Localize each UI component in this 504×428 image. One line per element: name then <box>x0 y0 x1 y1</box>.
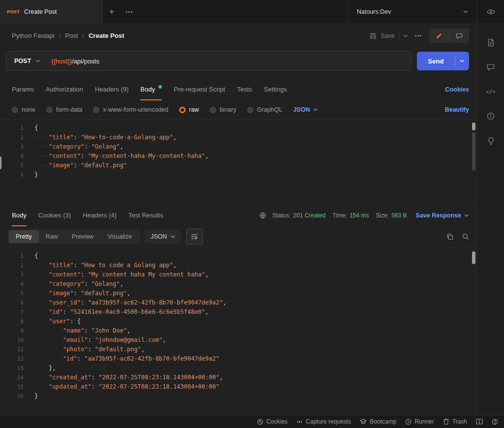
view-tab-pretty[interactable]: Pretty <box>9 230 39 243</box>
scrollbar-track[interactable] <box>472 132 475 171</box>
request-tab-pre-request-script[interactable]: Pre-request Script <box>174 79 225 100</box>
capture-icon <box>296 419 303 425</box>
bootcamp-icon <box>360 419 367 425</box>
comment-icon <box>487 63 495 71</box>
breadcrumb-separator: / <box>82 32 84 39</box>
code-line: 4 "category": "Golang", <box>0 279 477 289</box>
send-split-button: Send <box>417 52 469 70</box>
request-more-actions-button[interactable]: ••• <box>415 33 422 38</box>
breadcrumb-item-python-fastapi[interactable]: Python Fastapi <box>12 32 55 39</box>
top-tab-bar: POST Create Post + ••• Natours:Dev <box>0 0 504 24</box>
sidebar-handle[interactable] <box>0 156 1 169</box>
save-response-button[interactable]: Save Response <box>416 212 469 219</box>
request-tab-body[interactable]: Body <box>140 79 162 100</box>
environment-quick-look-button[interactable] <box>477 0 504 24</box>
comments-button[interactable] <box>449 29 469 43</box>
edit-request-button[interactable] <box>429 29 449 43</box>
help-icon <box>492 419 498 425</box>
request-tab-settings[interactable]: Settings <box>264 79 287 100</box>
environment-selector[interactable]: Natours:Dev <box>347 0 477 24</box>
body-mode-raw[interactable]: raw <box>179 106 199 113</box>
response-tabs: BodyCookies (3)Headers (4)Test Results <box>12 205 163 226</box>
footer-runner[interactable]: Runner <box>405 418 434 425</box>
scrollbar-thumb[interactable] <box>472 122 475 130</box>
body-mode-graphql[interactable]: GraphQL <box>247 106 282 113</box>
network-info-icon[interactable] <box>259 212 266 219</box>
line-number: 5 <box>0 161 34 170</box>
radio-icon <box>247 107 253 113</box>
url-input[interactable]: {{host}}/api/posts <box>47 58 99 65</box>
code-line: 5····"image":·"default.png" <box>0 161 477 170</box>
trash-icon <box>443 418 449 425</box>
code-line: 1{ <box>0 251 477 261</box>
lightbulb-button[interactable] <box>477 128 504 153</box>
two-pane-view-button[interactable] <box>476 419 483 425</box>
save-button[interactable]: Save <box>370 32 408 40</box>
request-tab-headers-9[interactable]: Headers (9) <box>95 79 129 100</box>
copy-response-button[interactable] <box>446 233 453 240</box>
response-language-selector[interactable]: JSON <box>145 230 181 244</box>
code-button[interactable]: </> <box>477 79 504 104</box>
mode-label: form-data <box>56 106 83 113</box>
cookies-link[interactable]: Cookies <box>445 86 469 93</box>
line-number: 6 <box>0 298 34 307</box>
save-options-chevron-icon[interactable] <box>403 34 408 37</box>
body-mode-list: noneform-datax-www-form-urlencodedrawbin… <box>12 106 283 113</box>
help-button[interactable] <box>492 419 498 425</box>
open-request-tab[interactable]: POST Create Post <box>0 0 103 24</box>
view-tab-preview[interactable]: Preview <box>65 230 100 243</box>
request-tabs: ParamsAuthorizationHeaders (9)BodyPre-re… <box>12 79 287 100</box>
info-button[interactable] <box>477 104 504 128</box>
body-mode-x-www-form-urlencoded[interactable]: x-www-form-urlencoded <box>93 106 168 113</box>
body-language-selector[interactable]: JSON <box>293 106 318 113</box>
divider <box>399 32 399 40</box>
view-tab-visualize[interactable]: Visualize <box>100 230 139 243</box>
tab-label: Headers (4) <box>83 212 117 219</box>
new-tab-button[interactable]: + <box>103 0 121 24</box>
send-button[interactable]: Send <box>417 52 455 70</box>
mode-label: none <box>22 106 35 113</box>
search-response-button[interactable] <box>462 233 469 240</box>
response-tab-cookies-3[interactable]: Cookies (3) <box>38 205 71 226</box>
documentation-button[interactable] <box>477 30 504 55</box>
wrap-text-button[interactable] <box>186 229 203 245</box>
breadcrumb-item-create-post[interactable]: Create Post <box>89 32 124 39</box>
footer-bootcamp[interactable]: Bootcamp <box>360 418 396 425</box>
comments-panel-button[interactable] <box>477 55 504 79</box>
footer-trash[interactable]: Trash <box>443 418 467 425</box>
url-bar: POST {{host}}/api/posts <box>6 51 412 71</box>
tab-label: Params <box>12 86 34 93</box>
radio-icon <box>12 107 18 113</box>
response-tab-test-results[interactable]: Test Results <box>128 205 163 226</box>
footer-cookies[interactable]: Cookies <box>257 418 287 425</box>
view-tab-raw[interactable]: Raw <box>39 230 65 243</box>
breadcrumb-item-post[interactable]: Post <box>65 32 78 39</box>
request-tab-tests[interactable]: Tests <box>237 79 252 100</box>
body-mode-none[interactable]: none <box>12 106 35 113</box>
body-mode-binary[interactable]: binary <box>210 106 236 113</box>
beautify-link[interactable]: Beautify <box>445 106 469 113</box>
response-editor-lines: 1{2 "title": "How to code a Golang app",… <box>0 251 477 401</box>
code-line: 11 "photo": "default.png", <box>0 345 477 354</box>
footer-capture-requests[interactable]: Capture requests <box>296 418 351 425</box>
chevron-down-icon <box>35 60 40 62</box>
line-number: 6 <box>0 170 34 180</box>
request-tab-authorization[interactable]: Authorization <box>46 79 83 100</box>
tab-method-badge: POST <box>7 9 20 14</box>
code-line: 6 "user_id": "aa73b95f-ac62-42fb-8b70-bf… <box>0 298 477 307</box>
send-options-button[interactable] <box>455 52 469 70</box>
response-header-row: BodyCookies (3)Headers (4)Test Results S… <box>0 205 477 226</box>
right-sidebar-rail: </> <box>477 24 504 415</box>
request-tab-params[interactable]: Params <box>12 79 34 100</box>
body-mode-form-data[interactable]: form-data <box>46 106 83 113</box>
line-number: 13 <box>0 364 34 373</box>
method-selector[interactable]: POST <box>6 58 47 64</box>
request-body-editor[interactable]: 1{2····"title":·"How·to·code·a·Golang·ap… <box>0 119 477 205</box>
scrollbar-thumb[interactable] <box>472 251 475 264</box>
code-line: 10 "email": "johndoe@gmail.com", <box>0 336 477 345</box>
response-tab-headers-4[interactable]: Headers (4) <box>83 205 117 226</box>
response-body-viewer[interactable]: 1{2 "title": "How to code a Golang app",… <box>0 247 477 415</box>
tab-options-button[interactable]: ••• <box>121 0 138 24</box>
response-tab-body[interactable]: Body <box>12 205 27 226</box>
code-line: 15 "updated_at": "2022-07-25T08:23:18.14… <box>0 382 477 392</box>
